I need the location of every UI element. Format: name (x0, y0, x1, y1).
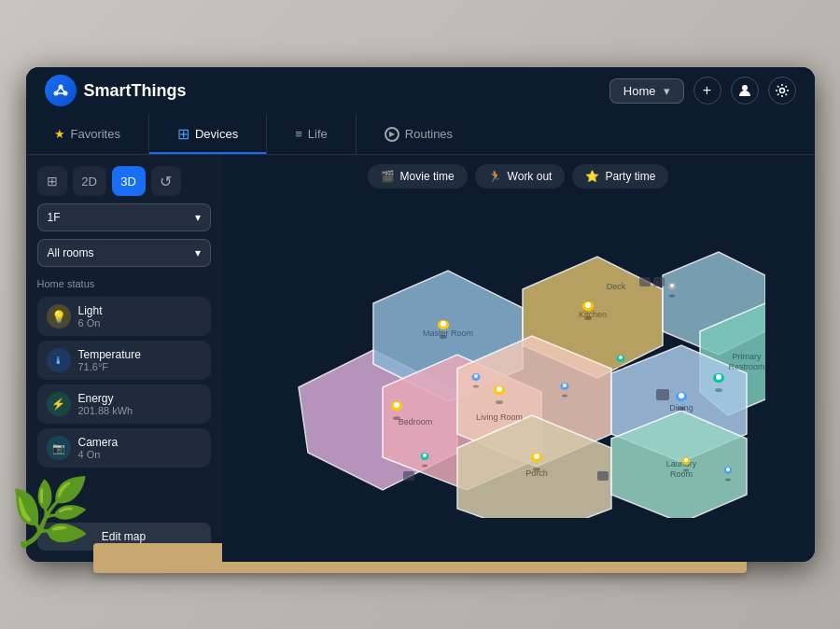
svg-point-40 (716, 374, 721, 380)
movie-icon: 🎬 (381, 170, 395, 183)
svg-text:Kitchen: Kitchen (579, 310, 607, 319)
device-bedroom-1 (403, 471, 414, 481)
status-item-camera[interactable]: 📷 Camera 4 On (37, 428, 211, 468)
party-label: Party time (605, 170, 655, 183)
svg-line-4 (61, 87, 65, 93)
room-selector[interactable]: All rooms ▾ (37, 239, 211, 267)
main-content: ⊞ 2D 3D ↺ 1F ▾ All rooms ▾ Home status (26, 155, 815, 562)
status-item-light[interactable]: 💡 Light 6 On (37, 297, 211, 336)
svg-point-33 (496, 400, 503, 404)
light-status-text: Light 6 On (78, 304, 103, 328)
workout-icon: 🏃 (488, 170, 502, 183)
svg-point-31 (584, 316, 592, 320)
history-view-button[interactable]: ↺ (151, 166, 181, 196)
svg-point-52 (474, 374, 478, 378)
map-area: 🎬 Movie time 🏃 Work out ⭐ Party time (222, 155, 815, 562)
svg-text:Restroom: Restroom (728, 362, 764, 371)
camera-label: Camera (78, 436, 119, 449)
tv-screen: SmartThings Home ▾ + (26, 67, 815, 562)
scene-controls: 🎬 Movie time 🏃 Work out ⭐ Party time (368, 164, 669, 189)
2d-view-button[interactable]: 2D (73, 166, 106, 196)
device-dining-1 (656, 389, 669, 400)
svg-point-29 (440, 335, 447, 339)
person-icon (737, 83, 752, 98)
logo-area: SmartThings (45, 75, 598, 106)
temperature-icon: 🌡 (47, 348, 71, 372)
svg-point-56 (670, 284, 674, 287)
svg-point-54 (423, 454, 427, 457)
settings-icon (775, 83, 790, 98)
svg-point-6 (742, 85, 748, 91)
app-name: SmartThings (84, 81, 187, 101)
life-label: Life (308, 127, 328, 141)
devices-label: Devices (195, 127, 238, 141)
svg-point-49 (725, 478, 731, 481)
svg-point-35 (393, 416, 400, 420)
temperature-status-text: Temperature 71.6°F (78, 348, 141, 372)
logo-icon (45, 75, 77, 106)
svg-point-51 (473, 384, 479, 387)
svg-point-50 (726, 468, 730, 471)
view-controls: ⊞ 2D 3D ↺ (37, 166, 211, 196)
status-item-energy[interactable]: ⚡ Energy 201.88 kWh (37, 384, 211, 424)
temperature-value: 71.6°F (78, 361, 141, 372)
light-icon: 💡 (47, 304, 71, 328)
party-time-button[interactable]: ⭐ Party time (572, 164, 668, 189)
svg-point-45 (618, 366, 623, 369)
profile-button[interactable] (731, 77, 759, 105)
favorites-label: Favorites (71, 127, 120, 141)
floor-dropdown-icon: ▾ (195, 211, 201, 224)
energy-label: Energy (78, 392, 133, 405)
device-deck-1 (639, 277, 651, 287)
svg-text:Deck: Deck (607, 282, 626, 291)
home-selector[interactable]: Home ▾ (609, 78, 684, 104)
party-icon: ⭐ (585, 170, 599, 183)
light-value: 6 On (78, 317, 103, 328)
tab-devices[interactable]: ⊞ Devices (149, 114, 267, 154)
svg-point-55 (669, 294, 675, 297)
workout-label: Work out (508, 170, 553, 183)
energy-status-text: Energy 201.88 kWh (78, 392, 133, 416)
light-label: Light (78, 304, 103, 317)
status-item-temperature[interactable]: 🌡 Temperature 71.6°F (37, 341, 211, 380)
camera-status-text: Camera 4 On (78, 436, 119, 460)
device-porch-1 (597, 471, 609, 481)
svg-point-34 (497, 386, 502, 392)
svg-point-7 (779, 89, 784, 93)
settings-button[interactable] (768, 77, 796, 105)
svg-text:Room: Room (670, 469, 693, 479)
energy-value: 201.88 kWh (78, 405, 133, 416)
tab-life[interactable]: ≡ Life (267, 114, 357, 154)
svg-point-48 (684, 458, 688, 462)
floor-plan-svg: Bedroom Master Room Kitchen Living Room … (271, 238, 765, 518)
floor-selector[interactable]: 1F ▾ (37, 203, 211, 231)
svg-line-3 (56, 87, 61, 93)
status-items: 💡 Light 6 On 🌡 Temperature 71.6°F (37, 297, 211, 468)
svg-point-44 (563, 384, 567, 387)
3d-view-button[interactable]: 3D (112, 166, 146, 196)
workout-button[interactable]: 🏃 Work out (475, 164, 566, 189)
svg-point-32 (585, 302, 591, 308)
camera-value: 4 On (78, 449, 119, 460)
home-status-title: Home status (37, 278, 211, 289)
svg-point-38 (534, 454, 539, 459)
movie-label: Movie time (400, 170, 455, 183)
svg-text:Living Room: Living Room (476, 412, 523, 422)
home-label: Home (623, 84, 656, 98)
header-controls: Home ▾ + (609, 77, 796, 105)
devices-icon: ⊞ (177, 125, 189, 143)
svg-point-42 (679, 393, 684, 398)
energy-icon: ⚡ (47, 392, 71, 416)
temperature-label: Temperature (78, 348, 141, 361)
grid-view-button[interactable]: ⊞ (37, 166, 67, 196)
tab-favorites[interactable]: ★ Favorites (26, 114, 149, 154)
device-deck-2 (653, 277, 665, 287)
svg-text:Laundry: Laundry (666, 459, 697, 468)
plant-decoration: 🌿 (9, 480, 91, 545)
add-button[interactable]: + (693, 77, 721, 105)
svg-point-30 (441, 321, 446, 327)
tab-routines[interactable]: ▶ Routines (357, 114, 481, 154)
svg-point-46 (619, 356, 623, 359)
svg-text:Bedroom: Bedroom (399, 417, 433, 426)
movie-time-button[interactable]: 🎬 Movie time (368, 164, 468, 189)
